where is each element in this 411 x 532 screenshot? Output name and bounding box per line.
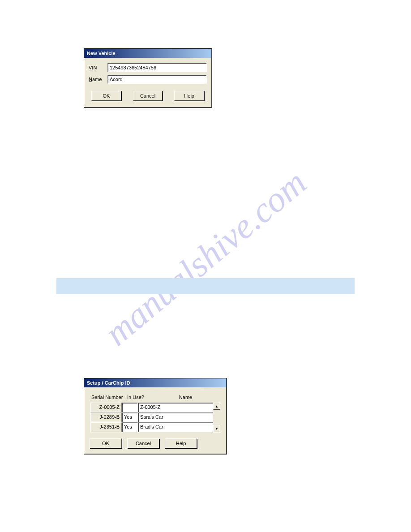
vin-label: VIN bbox=[89, 65, 107, 70]
cell-inuse[interactable]: Yes bbox=[122, 422, 138, 432]
name-input[interactable] bbox=[107, 75, 207, 84]
name-label-rest: ame bbox=[92, 77, 102, 82]
dialog-body: Serial Number In Use? Name Z-0005-Z Z-00… bbox=[84, 387, 226, 454]
cell-inuse[interactable]: Yes bbox=[122, 412, 138, 422]
cancel-button[interactable]: Cancel bbox=[127, 438, 159, 448]
ok-button[interactable]: OK bbox=[91, 91, 121, 101]
help-button[interactable]: Help bbox=[174, 91, 204, 101]
header-inuse: In Use? bbox=[127, 395, 152, 400]
help-button[interactable]: Help bbox=[165, 438, 197, 448]
cell-serial: Z-0005-Z bbox=[90, 403, 122, 412]
cell-inuse[interactable] bbox=[122, 403, 138, 412]
table-header-row: Serial Number In Use? Name bbox=[89, 393, 222, 403]
vin-input[interactable] bbox=[107, 63, 207, 72]
cell-serial: J-2351-B bbox=[90, 422, 122, 432]
section-divider-bar bbox=[56, 278, 355, 294]
dialog-titlebar: New Vehicle bbox=[84, 49, 211, 58]
setup-carchip-dialog: Setup / CarChip ID Serial Number In Use?… bbox=[84, 378, 227, 455]
dialog-title: New Vehicle bbox=[87, 51, 116, 56]
dialog-title: Setup / CarChip ID bbox=[87, 380, 130, 386]
header-name: Name bbox=[152, 395, 219, 400]
vin-label-rest: IN bbox=[92, 65, 97, 70]
chevron-down-icon: ▼ bbox=[215, 427, 218, 431]
ok-button[interactable]: OK bbox=[90, 438, 122, 448]
grid-scrollbar: ▲ ▼ bbox=[213, 403, 220, 432]
cell-name[interactable]: Sara's Car bbox=[138, 412, 220, 422]
name-row: Name bbox=[89, 75, 207, 84]
table-row: J-2351-B Yes Brad's Car bbox=[90, 422, 220, 432]
cell-serial: J-0289-B bbox=[90, 412, 122, 422]
vin-row: VIN bbox=[89, 63, 207, 72]
button-row: OK Cancel Help bbox=[89, 86, 207, 103]
watermark-text: manualshive.com bbox=[97, 162, 314, 354]
header-serial: Serial Number bbox=[91, 395, 127, 400]
scroll-down-button[interactable]: ▼ bbox=[213, 425, 220, 432]
new-vehicle-dialog: New Vehicle VIN Name OK Cancel Help bbox=[84, 48, 212, 108]
scroll-up-button[interactable]: ▲ bbox=[213, 403, 220, 410]
cancel-button[interactable]: Cancel bbox=[133, 91, 163, 101]
table-row: J-0289-B Yes Sara's Car bbox=[90, 412, 220, 422]
dialog-body: VIN Name OK Cancel Help bbox=[84, 58, 211, 107]
table-row: Z-0005-Z Z-0005-Z bbox=[90, 403, 220, 412]
button-row: OK Cancel Help bbox=[89, 435, 222, 449]
carchip-grid: Z-0005-Z Z-0005-Z J-0289-B Yes Sara's Ca… bbox=[90, 403, 220, 432]
name-accel: N bbox=[89, 77, 92, 82]
name-label: Name bbox=[89, 77, 107, 82]
dialog-titlebar: Setup / CarChip ID bbox=[84, 378, 226, 387]
cell-name[interactable]: Z-0005-Z bbox=[138, 403, 220, 412]
chevron-up-icon: ▲ bbox=[215, 404, 218, 408]
cell-name[interactable]: Brad's Car bbox=[138, 422, 220, 432]
